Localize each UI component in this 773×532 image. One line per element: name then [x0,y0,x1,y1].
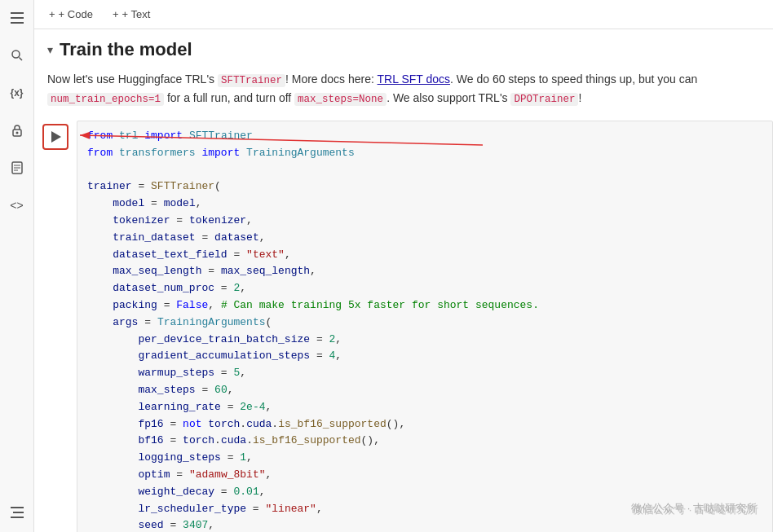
code-line-19: bf16 = torch.cuda.is_bf16_supported(), [87,433,762,450]
code-line-2: from transformers import TrainingArgumen… [87,145,762,162]
code-line-20: logging_steps = 1, [87,450,762,467]
code-line-22: weight_decay = 0.01, [87,484,762,501]
code-line-7: train_dataset = dataset, [87,230,762,247]
svg-point-3 [12,51,20,58]
svg-rect-12 [13,512,24,513]
main-content: + + Code + + Text ▾ Train the model Now … [34,0,773,532]
text-button-label: + Text [121,8,150,20]
code-line-14: gradient_accumulation_steps = 4, [87,348,762,365]
sidebar-icon-outline[interactable] [6,501,29,524]
add-code-button[interactable]: + + Code [44,7,98,22]
code-line-6: tokenizer = tokenizer, [87,213,762,230]
run-button-area [34,121,77,532]
inline-code-epochs: num_train_epochs=1 [47,93,164,106]
play-icon [51,131,61,143]
text-cell: Now let's use Huggingface TRL's SFTTrain… [34,67,773,117]
watermark: 微信公众号 · 古哒哒研究所 [631,501,757,516]
code-line-10: dataset_num_proc = 2, [87,280,762,297]
sidebar-icon-search[interactable] [6,44,29,67]
svg-line-4 [19,58,22,61]
inline-code-sfttrainer: SFTTrainer [218,74,285,87]
sidebar-icon-variables[interactable]: {x} [6,81,29,104]
svg-point-6 [15,132,18,134]
inline-code-dpotrainer: DPOTrainer [510,93,578,106]
code-line-15: warmup_steps = 5, [87,365,762,382]
sidebar-icon-files[interactable] [6,156,29,179]
svg-rect-1 [11,17,24,19]
code-line-16: max_steps = 60, [87,382,762,399]
code-line-1: from trl import SFTTrainer [87,128,762,145]
add-text-button[interactable]: + + Text [108,7,155,22]
code-line-11: packing = False, # Can make training 5x … [87,297,762,314]
code-editor[interactable]: from trl import SFTTrainer from transfor… [77,121,773,532]
code-line-3 [87,162,762,179]
section-header: ▾ Train the model [34,29,773,67]
plus-code-icon: + [49,8,55,20]
svg-rect-13 [11,517,24,518]
code-line-21: optim = "adamw_8bit", [87,467,762,484]
sidebar-icon-menu[interactable] [6,7,29,29]
plus-text-icon: + [113,8,119,20]
code-cell: from trl import SFTTrainer from transfor… [34,121,773,532]
toolbar: + + Code + + Text [34,0,773,29]
code-line-18: fp16 = not torch.cuda.is_bf16_supported(… [87,416,762,433]
svg-rect-11 [11,507,24,508]
code-line-8: dataset_text_field = "text", [87,247,762,264]
code-line-5: model = model, [87,196,762,213]
notebook: ▾ Train the model Now let's use Huggingf… [34,29,773,532]
inline-code-maxsteps: max_steps=None [294,93,386,106]
section-title: Train the model [60,39,192,60]
run-button[interactable] [42,124,68,150]
code-line-17: learning_rate = 2e-4, [87,399,762,416]
code-line-12: args = TrainingArguments( [87,314,762,332]
code-line-9: max_seq_length = max_seq_length, [87,263,762,280]
collapse-icon[interactable]: ▾ [47,43,53,56]
sidebar: {x} <> [0,0,34,532]
svg-rect-2 [11,22,24,24]
code-line-13: per_device_train_batch_size = 2, [87,332,762,349]
code-button-label: + Code [59,8,93,20]
svg-rect-0 [11,12,24,14]
sidebar-icon-secrets[interactable] [6,119,29,142]
code-line-4: trainer = SFTTrainer( [87,178,762,196]
code-line-24: seed = 3407, [87,517,762,532]
trl-sft-docs-link[interactable]: TRL SFT docs [378,73,450,86]
sidebar-icon-code[interactable]: <> [6,194,29,217]
